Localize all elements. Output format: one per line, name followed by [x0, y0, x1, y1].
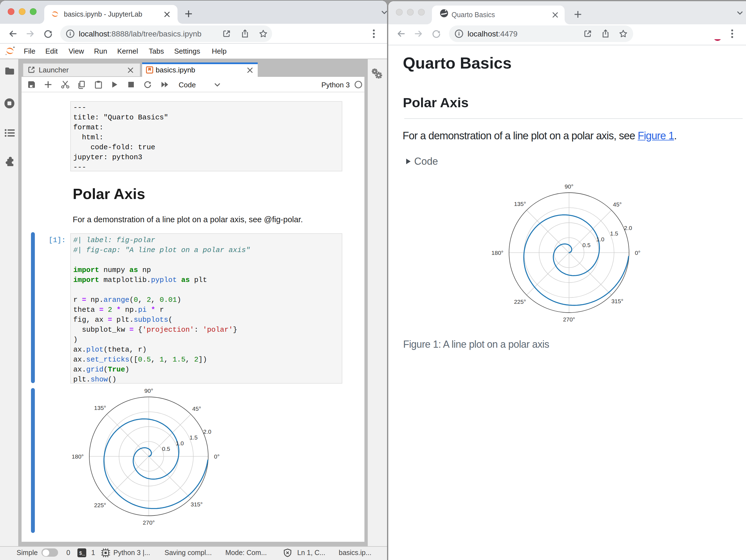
svg-text:180°: 180° — [491, 249, 503, 256]
svg-text:270°: 270° — [563, 316, 575, 323]
svg-text:0.5: 0.5 — [162, 446, 170, 452]
svg-text:90°: 90° — [144, 387, 153, 394]
svg-text:1.0: 1.0 — [176, 440, 184, 446]
svg-text:315°: 315° — [191, 501, 202, 507]
svg-text:180°: 180° — [71, 453, 84, 460]
svg-text:$_: $_ — [79, 551, 85, 556]
svg-text:0.5: 0.5 — [582, 242, 590, 248]
svg-text:225°: 225° — [514, 298, 526, 305]
svg-text:135°: 135° — [514, 201, 526, 207]
svg-text:135°: 135° — [94, 405, 106, 411]
svg-text:270°: 270° — [143, 519, 154, 526]
svg-text:45°: 45° — [613, 201, 622, 208]
svg-text:1.5: 1.5 — [190, 434, 197, 441]
svg-text:2.0: 2.0 — [624, 225, 632, 231]
svg-text:0°: 0° — [635, 249, 640, 256]
svg-text:90°: 90° — [565, 183, 573, 189]
svg-text:0°: 0° — [214, 453, 220, 460]
svg-text:225°: 225° — [94, 502, 106, 508]
svg-text:2.0: 2.0 — [203, 429, 211, 435]
svg-text:1.0: 1.0 — [596, 236, 604, 242]
svg-text:45°: 45° — [192, 406, 201, 412]
svg-text:315°: 315° — [611, 298, 623, 304]
svg-text:1.5: 1.5 — [610, 230, 618, 237]
